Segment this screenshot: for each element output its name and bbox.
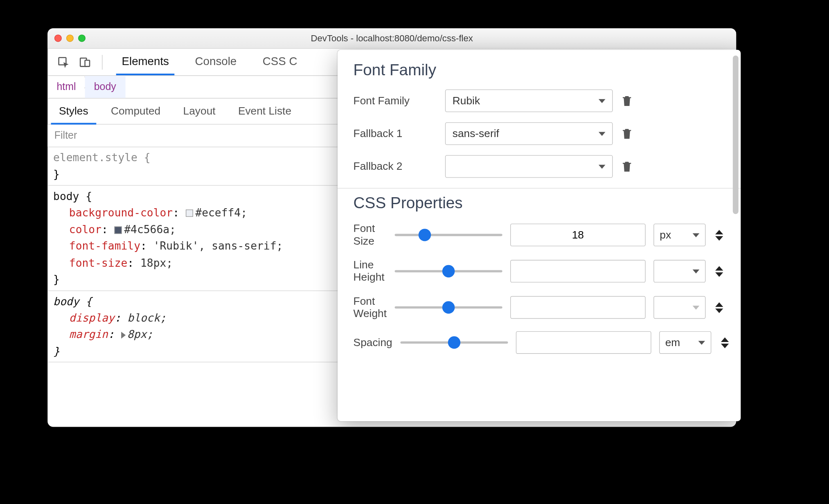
subtab-computed[interactable]: Computed — [99, 99, 172, 124]
window-title: DevTools - localhost:8080/demo/css-flex — [47, 33, 736, 43]
caret-down-icon — [599, 164, 606, 169]
tab-elements[interactable]: Elements — [112, 49, 179, 74]
spacing-slider[interactable] — [400, 337, 508, 348]
font-weight-row: Font Weight — [354, 295, 725, 320]
trash-icon[interactable] — [621, 127, 633, 140]
line-height-stepper — [714, 266, 725, 277]
line-height-slider[interactable] — [395, 266, 502, 277]
titlebar: DevTools - localhost:8080/demo/css-flex — [47, 28, 736, 49]
fallback-2-row: Fallback 2 — [354, 155, 725, 178]
caret-down-icon — [698, 340, 705, 344]
fallback-1-label: Fallback 1 — [354, 127, 437, 140]
tab-console[interactable]: Console — [185, 49, 247, 74]
trash-icon[interactable] — [621, 94, 633, 108]
caret-down-icon — [599, 132, 606, 136]
spacing-input[interactable] — [516, 331, 651, 354]
color-swatch-icon[interactable] — [186, 210, 193, 217]
font-size-label: Font Size — [354, 223, 387, 248]
subtab-layout[interactable]: Layout — [172, 99, 227, 124]
spacing-row: Spacing em — [354, 331, 725, 354]
tab-css-partial[interactable]: CSS C — [252, 49, 307, 74]
fallback-2-select[interactable] — [445, 155, 613, 178]
step-up-icon[interactable] — [721, 337, 728, 342]
fallback-1-row: Fallback 1 sans-serif — [354, 122, 725, 145]
device-toggle-icon[interactable] — [77, 54, 93, 70]
line-height-unit-select[interactable] — [653, 260, 705, 282]
font-size-slider[interactable] — [395, 230, 502, 241]
caret-down-icon — [693, 269, 700, 273]
caret-down-icon — [599, 99, 606, 103]
font-weight-input[interactable] — [510, 296, 646, 319]
font-weight-label: Font Weight — [354, 295, 387, 320]
spacing-stepper — [719, 337, 730, 348]
font-family-select[interactable]: Rubik — [445, 90, 613, 112]
breadcrumb-html[interactable]: html — [47, 76, 85, 98]
font-editor-panel: Font Family Font Family Rubik Fallback 1… — [338, 50, 741, 421]
svg-rect-2 — [85, 60, 90, 66]
inspect-element-icon[interactable] — [56, 54, 72, 70]
css-properties-heading: CSS Properties — [354, 194, 725, 212]
font-size-input[interactable] — [510, 224, 646, 246]
step-up-icon[interactable] — [715, 266, 723, 270]
font-size-unit-select[interactable]: px — [653, 224, 705, 246]
breadcrumb-body[interactable]: body — [85, 76, 125, 98]
panel-divider — [338, 188, 741, 188]
step-down-icon[interactable] — [721, 343, 728, 348]
step-down-icon[interactable] — [715, 308, 723, 313]
font-weight-stepper — [714, 302, 725, 313]
caret-down-icon — [693, 306, 700, 310]
font-family-heading: Font Family — [354, 61, 725, 79]
line-height-input[interactable] — [510, 260, 646, 282]
step-up-icon[interactable] — [715, 302, 723, 306]
subtab-event-listeners[interactable]: Event Liste — [227, 99, 302, 124]
font-family-row: Font Family Rubik — [354, 90, 725, 112]
expand-triangle-icon[interactable] — [121, 332, 126, 339]
step-up-icon[interactable] — [715, 230, 723, 234]
step-down-icon[interactable] — [715, 272, 723, 277]
toolbar-divider — [102, 55, 102, 70]
font-family-value: Rubik — [453, 94, 480, 107]
panel-scrollbar[interactable] — [733, 56, 739, 214]
subtab-styles[interactable]: Styles — [47, 99, 99, 124]
trash-icon[interactable] — [621, 160, 633, 173]
caret-down-icon — [693, 233, 700, 237]
font-size-stepper — [714, 230, 725, 240]
line-height-row: Line Height — [354, 259, 725, 284]
step-down-icon[interactable] — [715, 236, 723, 240]
font-size-row: Font Size px — [354, 223, 725, 248]
fallback-2-label: Fallback 2 — [354, 160, 437, 173]
line-height-label: Line Height — [354, 259, 387, 284]
color-swatch-icon[interactable] — [115, 226, 122, 234]
font-weight-slider[interactable] — [395, 302, 502, 313]
spacing-unit-select[interactable]: em — [659, 331, 711, 354]
font-family-label: Font Family — [354, 94, 437, 107]
fallback-1-value: sans-serif — [453, 127, 499, 140]
spacing-label: Spacing — [354, 336, 392, 349]
fallback-1-select[interactable]: sans-serif — [445, 122, 613, 145]
font-weight-unit-select[interactable] — [653, 296, 705, 319]
